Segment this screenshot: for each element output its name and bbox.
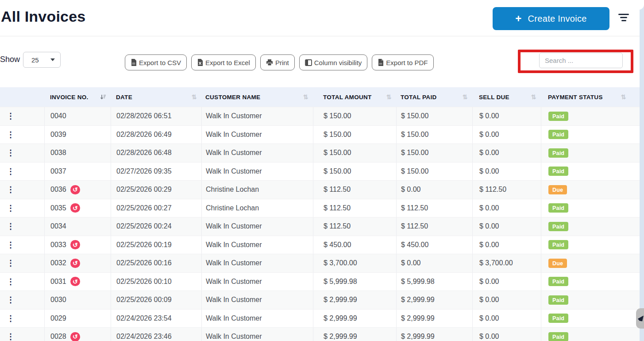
row-actions-icon[interactable]: ⋮: [7, 149, 15, 157]
return-icon[interactable]: ↺: [70, 277, 80, 286]
date-cell: 02/24/2026 23:54: [111, 310, 201, 328]
header-total-amount[interactable]: TOTAL AMOUNT ⇅: [313, 87, 396, 107]
total-amount-cell: $ 2,999.99: [313, 310, 396, 328]
customer-cell: Walk In Customer: [201, 328, 313, 341]
customer-cell: Walk In Customer: [201, 217, 313, 236]
total-paid-cell: $ 450.00: [396, 236, 472, 254]
sort-icon[interactable]: ⇅: [531, 94, 536, 100]
export-excel-button[interactable]: Export to Excel: [191, 54, 256, 70]
total-paid-cell: $ 112.50: [396, 199, 472, 217]
return-icon[interactable]: ↺: [70, 259, 80, 268]
header-payment-status[interactable]: PAYMENT STATUS ⇅: [541, 87, 640, 107]
total-amount-cell: $ 112.50: [313, 199, 396, 217]
sort-icon[interactable]: ⇅: [463, 94, 468, 100]
status-badge: Paid: [548, 277, 568, 286]
table-body: ⋮ 0040 02/28/2026 06:51 Walk In Customer…: [0, 107, 640, 341]
row-actions-icon[interactable]: ⋮: [7, 222, 15, 230]
customer-cell: Walk In Customer: [201, 144, 313, 162]
customer-cell: Walk In Customer: [201, 236, 313, 254]
export-csv-button[interactable]: Export to CSV: [125, 54, 187, 70]
sell-due-cell: $ 0.00: [472, 144, 541, 162]
customer-cell: Walk In Customer: [201, 163, 313, 181]
invoice-no-cell: 0035↺: [44, 199, 111, 217]
export-pdf-label: Export to PDF: [386, 59, 428, 66]
date-cell: 02/25/2026 00:19: [111, 236, 201, 254]
export-excel-label: Export to Excel: [205, 59, 250, 66]
header-total-paid[interactable]: TOTAL PAID ⇅: [396, 87, 472, 107]
invoices-page: All Invoices + Create Invoice Show 25 Ex…: [0, 0, 644, 341]
row-actions-icon[interactable]: ⋮: [7, 314, 15, 322]
table-row: ⋮ 0035↺ 02/25/2026 00:27 Christine Locha…: [0, 199, 640, 217]
row-actions-icon[interactable]: ⋮: [7, 186, 15, 194]
row-actions-icon[interactable]: ⋮: [7, 204, 15, 212]
column-visibility-button[interactable]: Column visibility: [299, 54, 368, 70]
export-csv-label: Export to CSV: [139, 59, 181, 66]
create-invoice-button[interactable]: + Create Invoice: [493, 7, 609, 30]
table-row: ⋮ 0031↺ 02/25/2026 00:10 Walk In Custome…: [0, 272, 640, 291]
total-paid-cell: $ 2,999.99: [396, 310, 472, 328]
table-row: ⋮ 0037 02/27/2026 09:35 Walk In Customer…: [0, 162, 640, 181]
sell-due-cell: $ 0.00: [472, 107, 541, 125]
sort-icon[interactable]: ⇅: [386, 94, 392, 100]
date-cell: 02/25/2026 00:24: [111, 217, 201, 236]
divider: [0, 36, 640, 36]
header-customer-name[interactable]: CUSTOMER NAME ⇅: [201, 87, 313, 107]
table-row: ⋮ 0030 02/25/2026 00:09 Walk In Customer…: [0, 291, 640, 309]
header-date[interactable]: DATE ⇅: [111, 87, 201, 107]
invoice-no-cell: 0030: [44, 291, 111, 309]
total-amount-cell: $ 150.00: [313, 107, 396, 125]
sell-due-cell: $ 0.00: [472, 291, 541, 309]
date-cell: 02/28/2026 06:49: [111, 126, 201, 144]
row-actions-icon[interactable]: ⋮: [7, 296, 15, 304]
return-icon[interactable]: ↺: [70, 240, 80, 249]
customer-cell: Christine Lochan: [201, 199, 313, 217]
print-button[interactable]: Print: [260, 54, 295, 70]
total-paid-cell: $ 2,999.99: [396, 328, 472, 341]
row-actions-icon[interactable]: ⋮: [7, 167, 15, 175]
customer-cell: Walk In Customer: [201, 310, 313, 328]
sell-due-cell: $ 0.00: [472, 236, 541, 254]
table-header-row: INVOICE NO. DATE ⇅ CUSTOMER NAME ⇅ TOTAL…: [0, 87, 640, 107]
table-row: ⋮ 0034 02/25/2026 00:24 Walk In Customer…: [0, 217, 640, 236]
chevron-down-icon: [50, 58, 55, 61]
return-icon[interactable]: ↺: [70, 185, 80, 194]
customer-cell: Walk In Customer: [201, 291, 313, 309]
invoice-no-cell: 0038: [44, 144, 111, 162]
header-sell-due[interactable]: SELL DUE ⇅: [472, 87, 541, 107]
table-row: ⋮ 0029 02/24/2026 23:54 Walk In Customer…: [0, 309, 640, 328]
printer-icon: [266, 59, 273, 66]
export-pdf-button[interactable]: Export to PDF: [372, 54, 433, 70]
filter-icon[interactable]: [618, 14, 629, 23]
customer-cell: Walk In Customer: [201, 254, 313, 272]
sort-icon[interactable]: ⇅: [192, 94, 197, 100]
sell-due-cell: $ 112.50: [472, 181, 541, 199]
row-actions-icon[interactable]: ⋮: [7, 241, 15, 249]
invoice-no-cell: 0036↺: [44, 181, 111, 199]
page-scrollbar[interactable]: [640, 0, 644, 341]
row-actions-icon[interactable]: ⋮: [7, 333, 15, 341]
show-entries-select[interactable]: 25: [23, 52, 61, 68]
cursor-icon: [638, 316, 644, 322]
page-title: All Invoices: [1, 8, 85, 25]
customer-cell: Christine Lochan: [201, 181, 313, 199]
search-input[interactable]: [539, 53, 623, 68]
header-invoice-no[interactable]: INVOICE NO.: [44, 87, 111, 107]
column-visibility-label: Column visibility: [314, 59, 362, 66]
row-actions-icon[interactable]: ⋮: [7, 131, 15, 139]
return-icon[interactable]: ↺: [70, 203, 80, 213]
floating-action-button[interactable]: [636, 308, 644, 329]
return-icon[interactable]: ↺: [70, 332, 80, 341]
sort-icon[interactable]: ⇅: [303, 94, 309, 100]
table-row: ⋮ 0028↺ 02/24/2026 23:46 Walk In Custome…: [0, 327, 640, 341]
row-actions-icon[interactable]: ⋮: [7, 259, 15, 267]
sort-desc-icon[interactable]: [100, 94, 106, 100]
total-paid-cell: $ 150.00: [396, 107, 472, 125]
row-actions-icon[interactable]: ⋮: [7, 112, 15, 120]
row-actions-icon[interactable]: ⋮: [7, 278, 15, 286]
table-row: ⋮ 0032↺ 02/25/2026 00:16 Walk In Custome…: [0, 254, 640, 272]
sort-icon[interactable]: ⇅: [621, 94, 626, 100]
status-badge: Paid: [548, 167, 568, 176]
status-badge: Paid: [548, 203, 568, 213]
total-amount-cell: $ 5,999.98: [313, 273, 396, 291]
file-csv-icon: [131, 59, 137, 66]
